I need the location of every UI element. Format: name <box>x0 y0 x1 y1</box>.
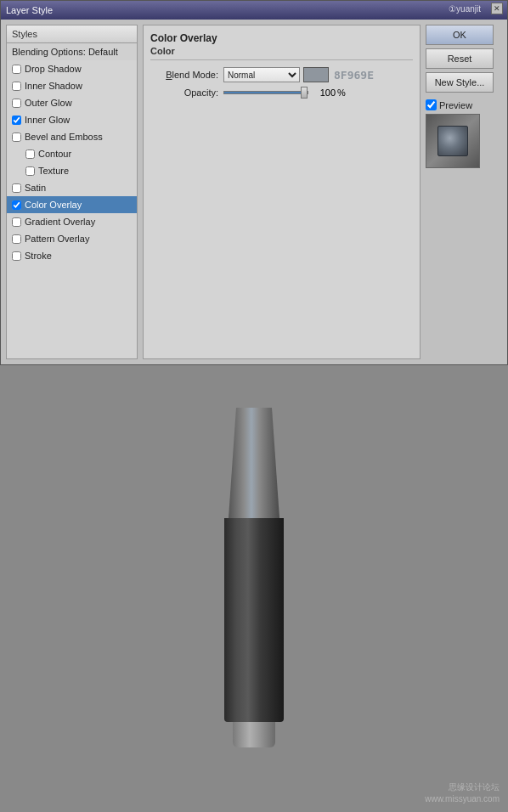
reset-button[interactable]: Reset <box>426 48 494 69</box>
checkbox-gradient-overlay[interactable] <box>12 217 21 227</box>
ok-button[interactable]: OK <box>426 25 494 45</box>
color-hex-value: 8F969E <box>334 69 374 82</box>
checkbox-inner-shadow[interactable] <box>12 82 21 91</box>
marker-top <box>229 408 279 518</box>
layer-item-stroke[interactable]: Stroke <box>7 247 137 264</box>
blend-mode-label: Blend Mode: <box>150 70 218 80</box>
checkbox-contour[interactable] <box>25 149 35 159</box>
marker-bottom <box>233 722 275 747</box>
label-stroke: Stroke <box>25 251 52 261</box>
blending-options-item[interactable]: Blending Options: Default <box>7 43 137 60</box>
opacity-value: 100 <box>312 87 336 98</box>
opacity-slider[interactable] <box>223 91 308 94</box>
label-drop-shadow: Drop Shadow <box>25 64 82 74</box>
checkbox-inner-glow[interactable] <box>12 116 21 125</box>
section-subheading: Color <box>150 46 413 60</box>
checkbox-pattern-overlay[interactable] <box>12 234 21 244</box>
section-heading: Color Overlay <box>150 32 413 44</box>
label-texture: Texture <box>38 166 69 176</box>
preview-area: Preview <box>426 99 502 168</box>
watermark: 思缘设计论坛 www.missyuan.com <box>425 781 500 805</box>
watermark-line2: www.missyuan.com <box>425 793 500 805</box>
blend-mode-select[interactable]: Normal Dissolve Multiply Screen Overlay <box>223 67 300 82</box>
layer-item-contour[interactable]: Contour <box>7 145 137 162</box>
label-inner-shadow: Inner Shadow <box>25 81 82 91</box>
layer-item-satin[interactable]: Satin <box>7 179 137 196</box>
layer-item-gradient-overlay[interactable]: Gradient Overlay <box>7 213 137 230</box>
dialog-title: Layer Style <box>6 5 53 15</box>
label-color-overlay: Color Overlay <box>25 200 82 210</box>
color-swatch[interactable] <box>303 67 329 82</box>
preview-label: Preview <box>439 100 472 110</box>
label-gradient-overlay: Gradient Overlay <box>25 217 95 227</box>
layer-item-inner-glow[interactable]: Inner Glow <box>7 111 137 128</box>
layer-item-outer-glow[interactable]: Outer Glow <box>7 94 137 111</box>
opacity-unit: % <box>337 87 346 98</box>
marker-body <box>224 518 284 722</box>
layer-item-texture[interactable]: Texture <box>7 162 137 179</box>
preview-checkbox[interactable] <box>426 99 437 110</box>
label-bevel-emboss: Bevel and Emboss <box>25 132 103 142</box>
layer-item-bevel-emboss[interactable]: Bevel and Emboss <box>7 128 137 145</box>
checkbox-stroke[interactable] <box>12 251 21 261</box>
watermark-line1: 思缘设计论坛 <box>425 781 500 793</box>
logo-area: ①yuanjit <box>449 4 481 14</box>
opacity-label: Opacity: <box>150 87 218 98</box>
layer-item-drop-shadow[interactable]: Drop Shadow <box>7 60 137 77</box>
checkbox-drop-shadow[interactable] <box>12 65 21 74</box>
preview-inner-shape <box>437 126 468 156</box>
layer-item-color-overlay[interactable]: Color Overlay <box>7 196 137 213</box>
canvas-area: 思缘设计论坛 www.missyuan.com <box>0 365 508 812</box>
checkbox-color-overlay[interactable] <box>12 200 21 210</box>
checkbox-texture[interactable] <box>25 166 35 176</box>
checkbox-bevel-emboss[interactable] <box>12 133 21 142</box>
label-inner-glow: Inner Glow <box>25 115 70 125</box>
checkbox-satin[interactable] <box>12 183 21 193</box>
new-style-button[interactable]: New Style... <box>426 72 494 93</box>
layer-item-inner-shadow[interactable]: Inner Shadow <box>7 77 137 94</box>
preview-thumbnail <box>426 114 480 168</box>
close-button[interactable]: ✕ <box>491 3 503 14</box>
label-satin: Satin <box>25 183 46 193</box>
layer-item-pattern-overlay[interactable]: Pattern Overlay <box>7 230 137 247</box>
label-pattern-overlay: Pattern Overlay <box>25 234 89 244</box>
checkbox-outer-glow[interactable] <box>12 99 21 108</box>
label-outer-glow: Outer Glow <box>25 98 72 108</box>
marker-object <box>224 408 284 747</box>
styles-header: Styles <box>7 25 137 43</box>
label-contour: Contour <box>38 149 71 159</box>
